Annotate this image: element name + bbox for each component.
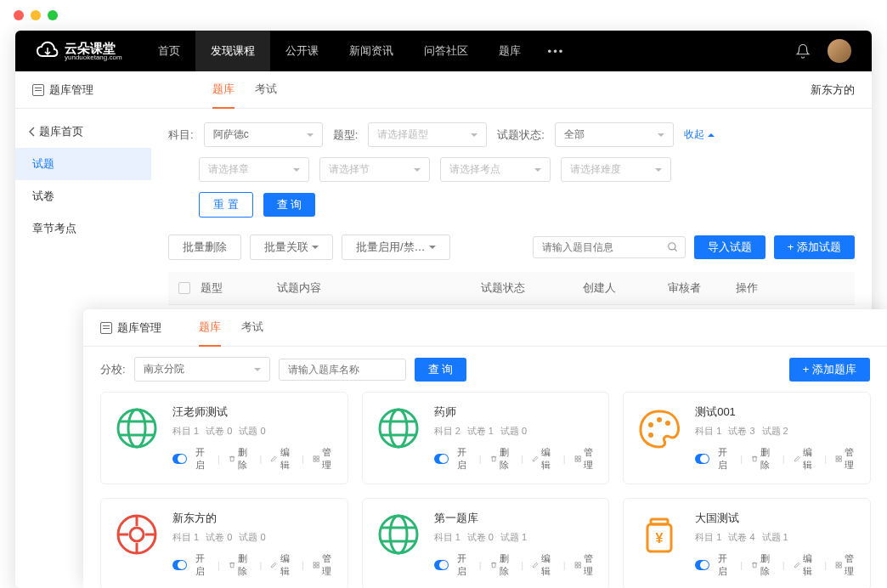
minimize-window-icon[interactable]	[31, 10, 41, 20]
nav-question-bank[interactable]: 题库	[483, 31, 536, 71]
branch-select[interactable]: 南京分院	[134, 357, 270, 382]
close-window-icon[interactable]	[14, 10, 24, 20]
toggle-switch[interactable]	[172, 560, 187, 570]
reset-button[interactable]: 重 置	[199, 192, 253, 218]
card-edit[interactable]: 编辑	[270, 552, 293, 578]
card-actions: 开启 | 删除 | 编辑 | 管理	[695, 552, 858, 578]
chapter-select[interactable]: 请选择章	[199, 157, 309, 182]
overlay-tab-exam[interactable]: 考试	[241, 309, 263, 347]
svg-rect-12	[578, 460, 579, 461]
open-label: 开启	[718, 552, 732, 578]
bulk-toggle-button[interactable]: 批量启用/禁…	[342, 235, 450, 260]
overlay-query-button[interactable]: 查 询	[415, 358, 467, 382]
bank-card[interactable]: 新东方的 科目 1试卷 0试题 0 开启 | 删除 | 编辑 | 管理	[100, 498, 348, 588]
card-manage[interactable]: 管理	[574, 552, 597, 578]
tab-question-bank[interactable]: 题库	[212, 71, 234, 109]
nav-more[interactable]: •••	[536, 31, 577, 71]
card-delete[interactable]: 删除	[751, 446, 774, 472]
nav-qa-community[interactable]: 问答社区	[409, 31, 483, 71]
bank-card[interactable]: ¥ 大国测试 科目 1试卷 4试题 1 开启 | 删除 | 编辑 | 管理	[623, 498, 871, 588]
edit-icon	[532, 454, 539, 464]
tab-exam[interactable]: 考试	[255, 71, 277, 109]
col-actions: 操作	[736, 280, 855, 296]
search-input[interactable]	[533, 236, 686, 258]
select-all-checkbox[interactable]	[178, 282, 190, 294]
nav-open-courses[interactable]: 公开课	[270, 31, 334, 71]
card-grid: 汪老师测试 科目 1试卷 0试题 0 开启 | 删除 | 编辑 | 管理 药师 …	[83, 392, 887, 588]
card-manage[interactable]: 管理	[313, 446, 336, 472]
toolbar: 批量删除 批量关联 批量启用/禁… 导入试题 + 添加试题	[168, 235, 855, 260]
svg-rect-10	[578, 456, 579, 458]
overlay-tab-bank[interactable]: 题库	[199, 309, 221, 347]
logo[interactable]: 云朵课堂 yunduoketang.com	[36, 41, 122, 61]
add-bank-button[interactable]: + 添加题库	[789, 358, 870, 382]
card-delete[interactable]: 删除	[490, 552, 513, 578]
bank-card[interactable]: 汪老师测试 科目 1试卷 0试题 0 开启 | 删除 | 编辑 | 管理	[100, 392, 348, 484]
toggle-switch[interactable]	[434, 454, 449, 464]
avatar[interactable]	[828, 39, 851, 63]
sidebar-item-papers[interactable]: 试卷	[15, 180, 151, 212]
svg-rect-31	[575, 566, 577, 568]
card-manage[interactable]: 管理	[835, 446, 858, 472]
card-icon: ¥	[636, 511, 683, 558]
status-select[interactable]: 全部	[555, 122, 674, 147]
card-delete[interactable]: 删除	[229, 446, 251, 472]
bulk-relate-button[interactable]: 批量关联	[250, 235, 333, 260]
overlay-filter: 分校: 南京分院 查 询 + 添加题库	[83, 347, 887, 392]
sidebar-back[interactable]: 题库首页	[15, 116, 151, 148]
edit-icon	[532, 560, 539, 570]
toggle-switch[interactable]	[695, 454, 709, 464]
card-manage[interactable]: 管理	[835, 552, 858, 578]
card-edit[interactable]: 编辑	[270, 446, 293, 472]
bank-card[interactable]: 测试001 科目 1试卷 3试题 2 开启 | 删除 | 编辑 | 管理	[623, 392, 871, 484]
collapse-button[interactable]: 收起	[684, 127, 715, 142]
nav-home[interactable]: 首页	[143, 31, 195, 71]
card-manage[interactable]: 管理	[313, 552, 336, 578]
col-creator: 创建人	[583, 280, 668, 296]
col-content: 试题内容	[277, 280, 481, 296]
type-select[interactable]: 请选择题型	[368, 122, 487, 147]
trash-icon	[751, 560, 758, 570]
bulk-delete-button[interactable]: 批量删除	[168, 235, 241, 260]
svg-point-16	[648, 433, 653, 438]
toggle-switch[interactable]	[695, 560, 709, 570]
import-button[interactable]: 导入试题	[694, 235, 766, 259]
card-icon	[113, 404, 161, 452]
grid-icon	[313, 560, 319, 570]
toggle-switch[interactable]	[172, 454, 187, 464]
bank-card[interactable]: 第一题库 科目 1试卷 0试题 1 开启 | 删除 | 编辑 | 管理	[362, 498, 610, 588]
card-edit[interactable]: 编辑	[794, 446, 816, 472]
logo-en: yunduoketang.com	[65, 54, 122, 61]
svg-rect-36	[836, 563, 838, 564]
add-question-button[interactable]: + 添加试题	[774, 235, 855, 259]
card-edit[interactable]: 编辑	[532, 552, 555, 578]
point-select[interactable]: 请选择考点	[440, 157, 551, 182]
bell-icon[interactable]	[795, 43, 811, 59]
svg-rect-25	[314, 566, 315, 568]
nav-discover-courses[interactable]: 发现课程	[195, 31, 270, 71]
edit-icon	[270, 560, 277, 570]
section-select[interactable]: 请选择节	[319, 157, 430, 182]
card-delete[interactable]: 删除	[751, 552, 774, 578]
maximize-window-icon[interactable]	[48, 10, 58, 20]
card-meta: 科目 1试卷 0试题 0	[172, 425, 336, 438]
toggle-switch[interactable]	[434, 560, 449, 570]
sidebar-item-questions[interactable]: 试题	[15, 148, 151, 180]
card-meta: 科目 1试卷 0试题 1	[434, 531, 597, 544]
card-manage[interactable]: 管理	[574, 446, 597, 472]
trash-icon	[490, 560, 497, 570]
card-actions: 开启 | 删除 | 编辑 | 管理	[172, 446, 336, 472]
nav-news[interactable]: 新闻资讯	[334, 31, 409, 71]
bank-name-input[interactable]	[279, 359, 406, 381]
card-edit[interactable]: 编辑	[794, 552, 816, 578]
card-delete[interactable]: 删除	[490, 446, 513, 472]
bank-card[interactable]: 药师 科目 2试卷 1试题 0 开启 | 删除 | 编辑 | 管理	[362, 392, 610, 484]
grid-icon	[313, 454, 319, 464]
subject-select[interactable]: 阿萨德c	[204, 122, 323, 147]
difficulty-select[interactable]: 请选择难度	[561, 157, 671, 182]
sidebar-item-chapters[interactable]: 章节考点	[15, 212, 151, 245]
query-button[interactable]: 查 询	[263, 193, 316, 217]
card-delete[interactable]: 删除	[229, 552, 251, 578]
filter-row-3: 重 置 查 询	[168, 192, 855, 218]
card-edit[interactable]: 编辑	[532, 446, 555, 472]
